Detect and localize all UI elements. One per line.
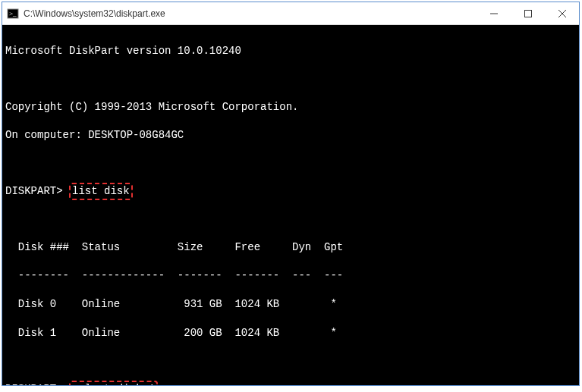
copyright-line: Copyright (C) 1999-2013 Microsoft Corpor… bbox=[5, 100, 576, 114]
table-header: Disk ### Status Size Free Dyn Gpt bbox=[5, 240, 576, 255]
command-list-disk: list disk bbox=[69, 183, 133, 200]
titlebar[interactable]: >_ C:\Windows\system32\diskpart.exe bbox=[2, 2, 579, 25]
diskpart-prompt: DISKPART> bbox=[5, 383, 63, 385]
table-row: Disk 1 Online 200 GB 1024 KB * bbox=[5, 326, 576, 340]
prompt-line-1: DISKPART> list disk bbox=[5, 184, 576, 199]
table-divider: -------- ------------- ------- ------- -… bbox=[5, 268, 576, 283]
console-window: >_ C:\Windows\system32\diskpart.exe Micr… bbox=[2, 2, 580, 386]
diskpart-prompt: DISKPART> bbox=[5, 185, 63, 197]
maximize-button[interactable] bbox=[511, 2, 545, 24]
close-button[interactable] bbox=[545, 2, 579, 24]
computer-line: On computer: DESKTOP-08G84GC bbox=[5, 128, 576, 143]
window-controls bbox=[477, 2, 579, 24]
svg-text:>_: >_ bbox=[9, 10, 17, 17]
window-title: C:\Windows\system32\diskpart.exe bbox=[24, 8, 477, 19]
prompt-line-2: DISKPART> select disk 1 bbox=[5, 382, 576, 385]
table-row: Disk 0 Online 931 GB 1024 KB * bbox=[5, 297, 576, 312]
terminal-output[interactable]: Microsoft DiskPart version 10.0.10240 Co… bbox=[2, 25, 579, 385]
app-icon: >_ bbox=[7, 8, 19, 20]
version-line: Microsoft DiskPart version 10.0.10240 bbox=[5, 44, 576, 58]
command-select-disk: select disk 1 bbox=[69, 381, 158, 385]
svg-rect-3 bbox=[524, 10, 531, 17]
minimize-button[interactable] bbox=[477, 2, 511, 24]
